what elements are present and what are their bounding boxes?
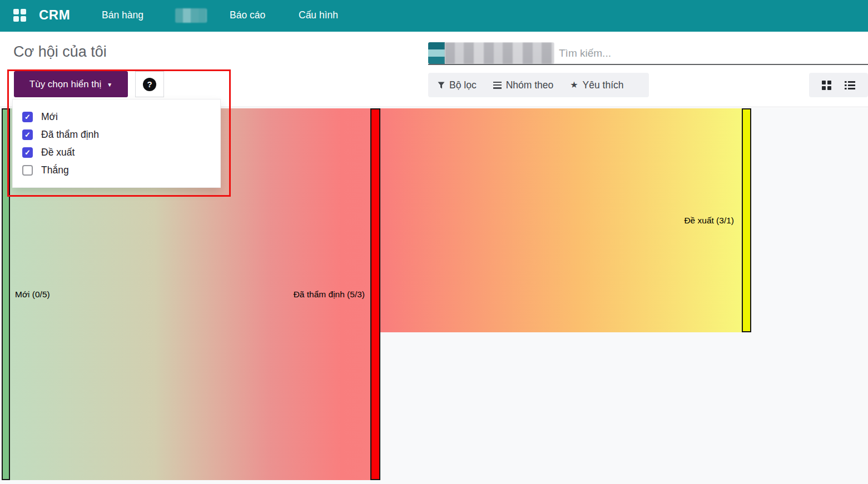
caret-down-icon: ▼ [107, 82, 112, 88]
favorites-label: Yêu thích [583, 79, 624, 91]
filters-button[interactable]: Bộ lọc [438, 79, 477, 91]
dropdown-option-label: Đề xuất [41, 147, 75, 158]
help-button[interactable]: ? [135, 71, 164, 97]
facet-icon [428, 42, 445, 64]
display-options-button[interactable]: Tùy chọn hiển thị ▼ [14, 71, 128, 97]
top-navbar: CRM Bán hàng Báo cáo Cấu hình [0, 0, 868, 32]
bars-icon [493, 82, 502, 89]
checkbox-da-tham-dinh[interactable]: ✓ [22, 129, 33, 140]
display-options-dropdown: ✓ Mới ✓ Đã thẩm định ✓ Đề xuất Thắng [12, 99, 221, 188]
funnel-mid-bar [370, 108, 380, 480]
dropdown-option-thang[interactable]: Thắng [13, 161, 220, 179]
group-by-label: Nhóm theo [506, 79, 554, 91]
group-by-button[interactable]: Nhóm theo [493, 79, 554, 91]
nav-item-sales[interactable]: Bán hàng [102, 9, 143, 21]
help-icon: ? [143, 78, 156, 91]
funnel-end-bar [742, 108, 751, 332]
nav-item-configuration[interactable]: Cấu hình [299, 9, 338, 21]
facet-blurred-text [445, 42, 554, 64]
checkbox-de-xuat[interactable]: ✓ [22, 147, 33, 158]
view-switcher [809, 73, 868, 97]
filters-label: Bộ lọc [449, 79, 477, 91]
dropdown-option-label: Đã thẩm định [41, 129, 99, 141]
dropdown-option-de-xuat[interactable]: ✓ Đề xuất [13, 143, 220, 161]
star-icon: ★ [570, 79, 578, 90]
filter-bar: Bộ lọc Nhóm theo ★ Yêu thích [428, 73, 649, 97]
checkbox-moi[interactable]: ✓ [22, 112, 33, 122]
nav-item-redacted[interactable] [175, 8, 207, 23]
funnel-start-bar [2, 108, 10, 480]
display-options-label: Tùy chọn hiển thị [29, 79, 101, 90]
kanban-view-icon[interactable] [822, 81, 831, 90]
favorites-button[interactable]: ★ Yêu thích [570, 79, 623, 91]
apps-grid-icon[interactable] [13, 9, 26, 22]
funnel-label-de-xuat: Đề xuất (3/1) [380, 108, 734, 332]
page-title: Cơ hội của tôi [13, 43, 107, 61]
dropdown-option-da-tham-dinh[interactable]: ✓ Đã thẩm định [13, 126, 220, 143]
search-underline [428, 64, 868, 65]
list-view-icon[interactable] [845, 81, 855, 89]
funnel-icon [438, 82, 445, 89]
nav-item-reporting[interactable]: Báo cáo [230, 9, 265, 21]
dropdown-option-label: Thắng [41, 164, 69, 176]
crm-app-screen: CRM Bán hàng Báo cáo Cấu hình Cơ hội của… [0, 0, 868, 484]
dropdown-option-label: Mới [41, 111, 58, 123]
app-title[interactable]: CRM [39, 7, 70, 23]
checkbox-thang[interactable] [22, 165, 33, 176]
search-input[interactable] [559, 44, 792, 62]
dropdown-option-moi[interactable]: ✓ Mới [13, 108, 220, 126]
search-facet-redacted[interactable] [428, 42, 554, 64]
